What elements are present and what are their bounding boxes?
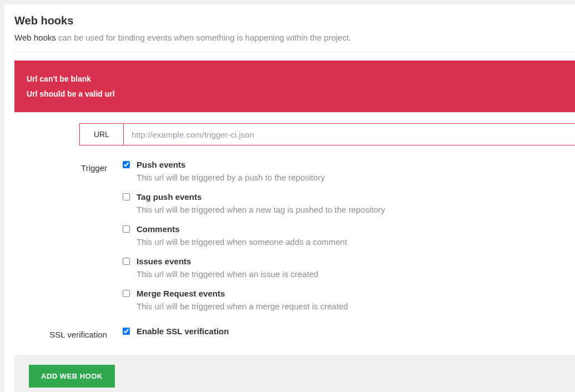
trigger-title: Issues events xyxy=(137,257,191,266)
trigger-checkbox-tag-push-events[interactable] xyxy=(123,193,130,200)
trigger-item-issues-events: Issues events This url will be triggered… xyxy=(123,257,575,279)
ssl-row: SSL verification Enable SSL verification xyxy=(14,326,575,339)
trigger-checkbox-merge-request-events[interactable] xyxy=(123,290,130,297)
trigger-checkbox-push-events[interactable] xyxy=(123,161,130,168)
trigger-item-tag-push-events: Tag push events This url will be trigger… xyxy=(123,192,575,214)
trigger-title: Tag push events xyxy=(137,192,201,202)
url-label: URL xyxy=(79,123,123,145)
desc-lead: Web hooks xyxy=(14,33,58,42)
ssl-item: Enable SSL verification xyxy=(123,326,575,336)
desc-rest: can be used for binding events when some… xyxy=(58,33,351,42)
trigger-row: Trigger Push events This url will be tri… xyxy=(14,160,575,311)
trigger-desc: This url will be triggered when someone … xyxy=(137,237,575,247)
trigger-desc: This url will be triggered when an issue… xyxy=(137,269,575,279)
ssl-title: Enable SSL verification xyxy=(137,326,229,336)
trigger-checkbox-comments[interactable] xyxy=(123,225,130,233)
trigger-desc: This url will be triggered when a new ta… xyxy=(137,205,575,214)
trigger-item-merge-request-events: Merge Request events This url will be tr… xyxy=(123,289,575,311)
trigger-desc: This url will be triggered when a merge … xyxy=(137,301,575,311)
panel-header: Web hooks Web hooks can be used for bind… xyxy=(14,14,575,42)
url-field-row: URL xyxy=(14,123,575,145)
divider xyxy=(14,52,575,53)
trigger-checkbox-issues-events[interactable] xyxy=(123,258,130,265)
url-input[interactable] xyxy=(123,123,575,145)
trigger-desc: This url will be triggered by a push to … xyxy=(137,173,575,182)
add-webhook-button[interactable]: ADD WEB HOOK xyxy=(29,365,115,388)
ssl-label: SSL verification xyxy=(14,326,123,339)
trigger-item-comments: Comments This url will be triggered when… xyxy=(123,224,575,247)
submit-zone: ADD WEB HOOK xyxy=(14,355,575,392)
error-line: Url can't be blank xyxy=(27,72,563,87)
error-alert: Url can't be blank Url should be a valid… xyxy=(14,61,575,112)
trigger-item-push-events: Push events This url will be triggered b… xyxy=(123,160,575,182)
trigger-title: Push events xyxy=(137,160,185,169)
page-description: Web hooks can be used for binding events… xyxy=(14,33,575,42)
ssl-checkbox[interactable] xyxy=(123,328,130,335)
page-title: Web hooks xyxy=(14,14,575,27)
trigger-title: Merge Request events xyxy=(137,289,225,298)
trigger-label: Trigger xyxy=(14,160,123,173)
trigger-title: Comments xyxy=(137,224,180,234)
error-line: Url should be a valid url xyxy=(27,87,563,102)
